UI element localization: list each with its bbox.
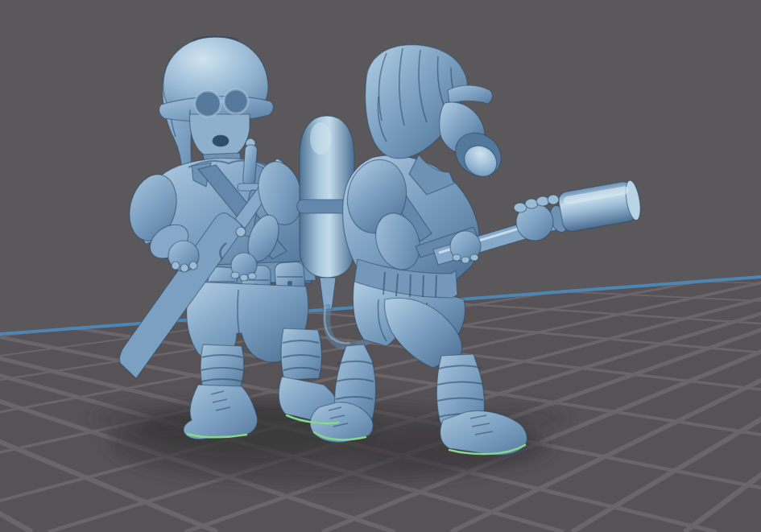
boot: [184, 385, 258, 439]
mouth: [213, 135, 229, 146]
cap-visor: [448, 85, 493, 104]
viewport-3d[interactable]: [0, 0, 761, 532]
